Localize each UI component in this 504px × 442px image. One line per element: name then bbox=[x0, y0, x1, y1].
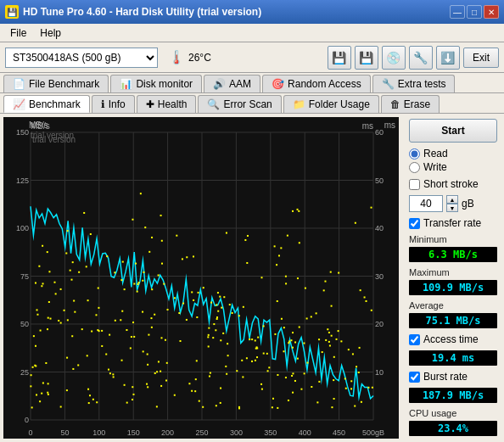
spinner-up-button[interactable]: ▲ bbox=[446, 195, 458, 204]
extra-tests-icon: 🔧 bbox=[382, 78, 395, 90]
tab-benchmark[interactable]: 📈 Benchmark bbox=[3, 95, 90, 113]
access-time-checkbox[interactable] bbox=[409, 334, 420, 345]
title-bar: 💾 HD Tune Pro 4.60 - Hard Disk Utility (… bbox=[0, 0, 504, 24]
tab-info[interactable]: ℹ Info bbox=[92, 95, 135, 113]
read-label: Read bbox=[423, 148, 448, 159]
close-button[interactable]: ✕ bbox=[484, 5, 499, 19]
short-stroke-label: Short stroke bbox=[423, 178, 479, 190]
short-stroke-checkbox[interactable] bbox=[409, 179, 420, 190]
menu-file[interactable]: File bbox=[3, 25, 33, 41]
burst-rate-value: 187.9 MB/s bbox=[409, 388, 497, 403]
tab-health[interactable]: ✚ Health bbox=[137, 95, 197, 113]
tab-erase[interactable]: 🗑 Erase bbox=[381, 95, 440, 113]
tabs-row1: 📄 File Benchmark 📊 Disk monitor 🔊 AAM 🎯 … bbox=[0, 73, 504, 93]
tab-random-access[interactable]: 🎯 Random Access bbox=[262, 75, 371, 92]
folder-usage-icon: 📁 bbox=[293, 98, 305, 110]
app-icon: 💾 bbox=[5, 5, 19, 19]
trial-watermark: trial version bbox=[31, 131, 74, 140]
spinner-input[interactable] bbox=[409, 195, 443, 212]
maximize-button[interactable]: □ bbox=[467, 5, 482, 19]
main-content: MB/s ms trial version Start Read Write S… bbox=[0, 114, 504, 442]
y-axis-label-mb: MB/s bbox=[29, 120, 48, 130]
maximum-stat: Maximum 109.9 MB/s bbox=[409, 267, 497, 295]
average-stat: Average 75.1 MB/s bbox=[409, 300, 497, 328]
random-access-icon: 🎯 bbox=[272, 78, 284, 90]
disk-monitor-icon: 📊 bbox=[120, 78, 132, 90]
maximum-value: 109.9 MB/s bbox=[409, 280, 497, 295]
tab-disk-monitor[interactable]: 📊 Disk monitor bbox=[110, 75, 202, 92]
access-time-stat: 19.4 ms bbox=[409, 350, 497, 366]
tab-health-label: Health bbox=[158, 98, 188, 110]
tab-extra-tests[interactable]: 🔧 Extra tests bbox=[372, 75, 456, 92]
spinner-buttons: ▲ ▼ bbox=[446, 195, 458, 212]
burst-rate-checkbox[interactable] bbox=[409, 372, 420, 383]
tab-benchmark-label: Benchmark bbox=[29, 98, 81, 110]
chart-area: MB/s ms trial version bbox=[3, 117, 399, 439]
file-benchmark-icon: 📄 bbox=[13, 78, 25, 90]
drive-selector[interactable]: ST3500418AS (500 gB) bbox=[5, 48, 158, 68]
read-radio[interactable] bbox=[409, 148, 420, 159]
transfer-rate-checkbox-item: Transfer rate bbox=[409, 217, 497, 229]
toolbar-btn-3[interactable]: 💿 bbox=[382, 46, 406, 70]
average-value: 75.1 MB/s bbox=[409, 313, 497, 328]
tab-disk-monitor-label: Disk monitor bbox=[136, 78, 193, 90]
y-axis-label-ms: ms bbox=[384, 120, 395, 130]
temperature-display: 🌡️ 26°C bbox=[161, 48, 218, 67]
minimum-value: 6.3 MB/s bbox=[409, 247, 497, 262]
cpu-usage-label: CPU usage bbox=[409, 408, 497, 418]
toolbar-btn-1[interactable]: 💾 bbox=[328, 46, 351, 70]
read-write-group: Read Write bbox=[409, 148, 497, 173]
read-radio-item: Read bbox=[409, 148, 497, 159]
minimize-button[interactable]: — bbox=[450, 5, 465, 19]
temperature-value: 26°C bbox=[188, 52, 211, 64]
tab-random-access-label: Random Access bbox=[288, 78, 361, 90]
cpu-usage-stat: CPU usage 23.4% bbox=[409, 408, 497, 436]
tab-aam-label: AAM bbox=[229, 78, 251, 90]
health-icon: ✚ bbox=[146, 98, 154, 110]
start-button[interactable]: Start bbox=[409, 119, 497, 143]
transfer-rate-label: Transfer rate bbox=[423, 217, 481, 229]
access-time-value: 19.4 ms bbox=[409, 350, 497, 366]
aam-icon: 🔊 bbox=[213, 78, 226, 90]
minimum-label: Minimum bbox=[409, 234, 497, 244]
burst-rate-checkbox-item: Burst rate bbox=[409, 371, 497, 383]
maximum-label: Maximum bbox=[409, 267, 497, 277]
toolbar: ST3500418AS (500 gB) 🌡️ 26°C 💾 💾 💿 🔧 ⬇️ … bbox=[0, 42, 504, 73]
window-title: HD Tune Pro 4.60 - Hard Disk Utility (tr… bbox=[23, 6, 261, 18]
tab-extra-tests-label: Extra tests bbox=[398, 78, 446, 90]
minimum-stat: Minimum 6.3 MB/s bbox=[409, 234, 497, 262]
cpu-usage-value: 23.4% bbox=[409, 421, 497, 436]
write-radio-item: Write bbox=[409, 161, 497, 173]
benchmark-icon: 📈 bbox=[13, 98, 25, 110]
burst-rate-stat: 187.9 MB/s bbox=[409, 388, 497, 403]
tab-aam[interactable]: 🔊 AAM bbox=[204, 75, 260, 92]
right-panel: Start Read Write Short stroke ▲ ▼ gB bbox=[402, 114, 504, 442]
tab-erase-label: Erase bbox=[404, 98, 430, 110]
access-time-label: Access time bbox=[423, 333, 479, 345]
gb-unit-label: gB bbox=[462, 198, 474, 210]
benchmark-chart bbox=[3, 117, 399, 439]
tab-error-scan[interactable]: 🔍 Error Scan bbox=[198, 95, 281, 113]
toolbar-btn-2[interactable]: 💾 bbox=[355, 46, 378, 70]
error-scan-icon: 🔍 bbox=[207, 98, 220, 110]
thermometer-icon: 🌡️ bbox=[168, 49, 185, 65]
burst-rate-label: Burst rate bbox=[423, 371, 468, 383]
tab-folder-usage-label: Folder Usage bbox=[309, 98, 370, 110]
menu-bar: File Help bbox=[0, 24, 504, 42]
transfer-rate-checkbox[interactable] bbox=[409, 218, 420, 229]
short-stroke-checkbox-item: Short stroke bbox=[409, 178, 497, 190]
tabs-row2: 📈 Benchmark ℹ Info ✚ Health 🔍 Error Scan… bbox=[0, 93, 504, 114]
spinner-down-button[interactable]: ▼ bbox=[446, 204, 458, 212]
write-label: Write bbox=[423, 161, 447, 173]
toolbar-btn-4[interactable]: 🔧 bbox=[409, 46, 433, 70]
tab-folder-usage[interactable]: 📁 Folder Usage bbox=[283, 95, 379, 113]
exit-button[interactable]: Exit bbox=[463, 48, 499, 68]
access-time-checkbox-item: Access time bbox=[409, 333, 497, 345]
tab-file-benchmark[interactable]: 📄 File Benchmark bbox=[3, 75, 109, 92]
menu-help[interactable]: Help bbox=[33, 25, 68, 41]
tab-file-benchmark-label: File Benchmark bbox=[29, 78, 99, 90]
info-icon: ℹ bbox=[101, 98, 105, 110]
toolbar-btn-5[interactable]: ⬇️ bbox=[436, 46, 460, 70]
write-radio[interactable] bbox=[409, 162, 420, 173]
erase-icon: 🗑 bbox=[390, 98, 400, 110]
